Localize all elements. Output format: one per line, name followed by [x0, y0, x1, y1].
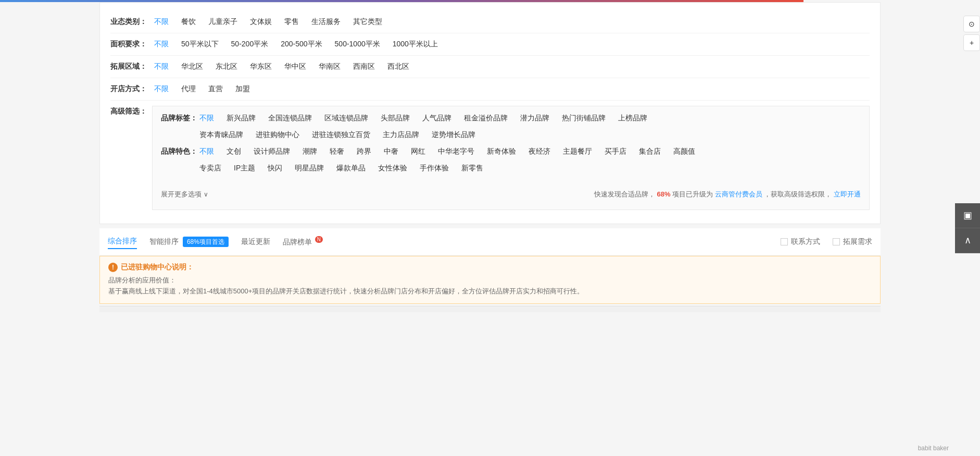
bfeat-internet-famous[interactable]: 网红 — [409, 146, 428, 157]
bt-other[interactable]: 其它类型 — [351, 16, 384, 28]
expand-more-text: 展开更多选项 — [161, 190, 202, 199]
bt-entertainment[interactable]: 文体娱 — [248, 16, 274, 28]
upgrade-open-link[interactable]: 立即开通 — [834, 190, 861, 198]
brand-rank-new-badge: N — [315, 236, 323, 243]
bt-life-service[interactable]: 生活服务 — [309, 16, 343, 28]
er-southwest[interactable]: 西南区 — [351, 61, 377, 72]
btag-growth[interactable]: 逆势增长品牌 — [430, 129, 478, 141]
brand-features-label: 品牌特色： — [161, 146, 197, 156]
ar-500-1000[interactable]: 500-1000平米 — [333, 39, 382, 50]
btag-new-brand[interactable]: 新兴品牌 — [224, 113, 258, 124]
btag-hot-street[interactable]: 热门街铺品牌 — [560, 113, 608, 124]
bfeat-ip-theme[interactable]: IP主题 — [232, 163, 257, 174]
info-banner: ! 已进驻购物中心说明： 品牌分析的应用价值： 基于赢商线上线下渠道，对全国1-… — [99, 256, 881, 304]
ar-200-500[interactable]: 200-500平米 — [279, 39, 324, 50]
ar-50-200[interactable]: 50-200平米 — [229, 39, 271, 50]
checkbox-expand-need[interactable]: 拓展需求 — [833, 237, 872, 247]
bt-catering[interactable]: 餐饮 — [179, 16, 198, 28]
bfeat-handmade[interactable]: 手作体验 — [418, 163, 451, 174]
bfeat-high-value[interactable]: 高颜值 — [671, 146, 697, 157]
bfeat-theme-restaurant[interactable]: 主题餐厅 — [561, 146, 594, 157]
btag-top-brand[interactable]: 头部品牌 — [379, 113, 412, 124]
btag-potential[interactable]: 潜力品牌 — [518, 113, 551, 124]
bfeat-collection[interactable]: 集合店 — [637, 146, 663, 157]
expand-region-label: 拓展区域： — [110, 61, 152, 71]
tab-brand-rank[interactable]: 品牌榜单 N — [283, 235, 323, 249]
btag-national-chain[interactable]: 全国连锁品牌 — [266, 113, 314, 124]
tab-comprehensive[interactable]: 综合排序 — [108, 235, 137, 249]
bfeat-trendy[interactable]: 潮牌 — [300, 146, 319, 157]
er-northwest[interactable]: 西北区 — [385, 61, 411, 72]
expand-upgrade-area: 展开更多选项 ∨ 快速发现合适品牌， 68% 项目已升级为 云商管付费会员 ，获… — [161, 180, 861, 203]
bfeat-designer[interactable]: 设计师品牌 — [252, 146, 292, 157]
btag-mall[interactable]: 进驻购物中心 — [254, 129, 301, 141]
bfeat-cultural[interactable]: 文创 — [224, 146, 243, 157]
brand-tags-options: 不限 新兴品牌 全国连锁品牌 区域连锁品牌 头部品牌 人气品牌 租金溢价品牌 潜… — [197, 113, 861, 141]
bt-unlimited[interactable]: 不限 — [152, 16, 171, 28]
btag-unlimited[interactable]: 不限 — [197, 113, 216, 124]
ar-over1000[interactable]: 1000平米以上 — [391, 39, 440, 50]
btag-rent-premium[interactable]: 租金溢价品牌 — [462, 113, 510, 124]
expand-need-checkbox[interactable] — [833, 238, 840, 245]
checkbox-contact[interactable]: 联系方式 — [781, 237, 820, 247]
info-icon: ! — [108, 263, 118, 272]
top-button[interactable]: ∧ — [955, 228, 980, 253]
expand-more-btn[interactable]: 展开更多选项 ∨ — [161, 190, 208, 199]
er-north[interactable]: 华北区 — [179, 61, 205, 72]
btag-listed[interactable]: 上榜品牌 — [616, 113, 649, 124]
er-northeast[interactable]: 东北区 — [213, 61, 240, 72]
bfeat-novel[interactable]: 新奇体验 — [485, 146, 518, 157]
bfeat-celebrity[interactable]: 明星品牌 — [293, 163, 326, 174]
advanced-filter-row: 高级筛选： 品牌标签： 不限 新兴品牌 全国连锁品牌 区域连锁品牌 头部品牌 人… — [110, 101, 870, 215]
btag-dept-store[interactable]: 进驻连锁独立百货 — [310, 129, 372, 141]
brand-features-row2: 专卖店 IP主题 快闪 明星品牌 爆款单品 女性体验 手作体验 新零售 — [197, 163, 861, 174]
bfeat-night-economy[interactable]: 夜经济 — [526, 146, 552, 157]
om-direct[interactable]: 直营 — [206, 83, 225, 95]
plus-icon[interactable]: + — [963, 34, 980, 51]
upgrade-notice: 快速发现合适品牌， 68% 项目已升级为 云商管付费会员 ，获取高级筛选权限， … — [594, 186, 861, 203]
om-unlimited[interactable]: 不限 — [152, 83, 171, 95]
area-req-row: 面积要求： 不限 50平米以下 50-200平米 200-500平米 500-1… — [110, 33, 870, 56]
bfeat-mid-luxury[interactable]: 中奢 — [382, 146, 400, 157]
btag-anchor[interactable]: 主力店品牌 — [381, 129, 421, 141]
bfeat-hit-product[interactable]: 爆款单品 — [334, 163, 368, 174]
info-title: ! 已进驻购物中心说明： — [108, 263, 872, 272]
expand-region-options: 不限 华北区 东北区 华东区 华中区 华南区 西南区 西北区 — [152, 61, 411, 72]
bfeat-female[interactable]: 女性体验 — [376, 163, 409, 174]
bt-retail[interactable]: 零售 — [282, 16, 301, 28]
ar-unlimited[interactable]: 不限 — [152, 39, 171, 50]
upgrade-link[interactable]: 云商管付费会员 — [715, 190, 762, 198]
btag-popular[interactable]: 人气品牌 — [420, 113, 454, 124]
bfeat-light-luxury[interactable]: 轻奢 — [328, 146, 346, 157]
om-agent[interactable]: 代理 — [179, 83, 198, 95]
contact-label: 联系方式 — [791, 237, 820, 247]
er-south[interactable]: 华南区 — [317, 61, 343, 72]
bfeat-cross[interactable]: 跨界 — [355, 146, 373, 157]
tab-recent[interactable]: 最近更新 — [241, 235, 270, 249]
bfeat-buyer-shop[interactable]: 买手店 — [602, 146, 629, 157]
float-buttons: ▣ ∧ — [955, 203, 980, 253]
contact-checkbox[interactable] — [781, 238, 788, 245]
bfeat-old-brand[interactable]: 中华老字号 — [436, 146, 476, 157]
horizontal-scrollbar[interactable] — [99, 306, 881, 312]
info-title-text: 已进驻购物中心说明： — [121, 263, 194, 272]
btag-regional-chain[interactable]: 区域连锁品牌 — [322, 113, 370, 124]
filter-section: 业态类别： 不限 餐饮 儿童亲子 文体娱 零售 生活服务 其它类型 面积要求： … — [99, 2, 881, 224]
btag-capital[interactable]: 资本青睐品牌 — [197, 129, 245, 141]
ar-under50[interactable]: 50平米以下 — [179, 39, 221, 50]
zoom-icon[interactable]: ⊙ — [963, 16, 980, 32]
advanced-filter-container: 品牌标签： 不限 新兴品牌 全国连锁品牌 区域连锁品牌 头部品牌 人气品牌 租金… — [152, 106, 870, 210]
er-central[interactable]: 华中区 — [282, 61, 308, 72]
bfeat-unlimited[interactable]: 不限 — [197, 146, 216, 157]
er-east[interactable]: 华东区 — [248, 61, 274, 72]
brand-features-options: 不限 文创 设计师品牌 潮牌 轻奢 跨界 中奢 网红 中华老字号 新奇体验 夜经… — [197, 146, 861, 174]
bt-children[interactable]: 儿童亲子 — [206, 16, 240, 28]
om-franchise[interactable]: 加盟 — [233, 83, 252, 95]
er-unlimited[interactable]: 不限 — [152, 61, 171, 72]
bfeat-specialty[interactable]: 专卖店 — [197, 163, 223, 174]
bfeat-new-retail[interactable]: 新零售 — [459, 163, 485, 174]
bfeat-flash[interactable]: 快闪 — [266, 163, 284, 174]
tab-intelligent[interactable]: 智能排序 68%项目首选 — [149, 235, 229, 249]
screen-button[interactable]: ▣ — [955, 203, 980, 228]
brand-tags-label: 品牌标签： — [161, 113, 197, 123]
